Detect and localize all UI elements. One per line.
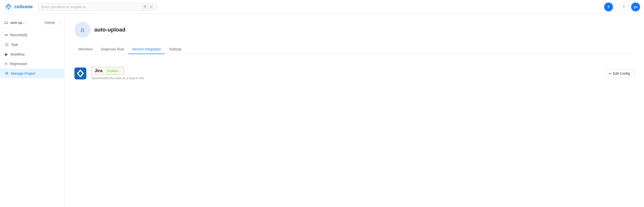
- project-avatar: a: [74, 22, 90, 38]
- sidebar-item-workflow[interactable]: ▶ Workflow: [0, 50, 64, 59]
- sidebar: 🗂 auto-up... Internal ⌃ ▪▪ Records(8) ☑ …: [0, 14, 64, 207]
- topnav: coScene Quick operations or navigate to.…: [0, 0, 644, 14]
- sidebar-item-records[interactable]: ▪▪ Records(8): [0, 30, 64, 40]
- logo-text: coScene: [14, 4, 33, 10]
- tabs: Members Diagnosis Rule Service Integrati…: [74, 45, 634, 54]
- add-button[interactable]: +: [604, 2, 613, 12]
- logo[interactable]: coScene: [4, 2, 33, 12]
- kbd-cmd: ⌘: [142, 5, 148, 9]
- sidebar-item-records-label: Records(8): [10, 33, 27, 37]
- project-name: auto-upload: [94, 26, 126, 33]
- search-placeholder: Quick operations or navigate to...: [41, 5, 140, 9]
- manage-project-icon: ⚙: [5, 71, 8, 76]
- tab-service-integration[interactable]: Service Integration: [128, 45, 165, 54]
- sidebar-project-name: auto-up...: [10, 20, 42, 24]
- tab-settings[interactable]: Settings: [165, 45, 186, 54]
- help-button[interactable]: ?: [619, 2, 628, 12]
- integration-title-row: Jira Enabled: [91, 67, 600, 75]
- integration-description: Synchronize tha task as a bug in Jira: [91, 76, 600, 80]
- project-avatar-letter: a: [80, 26, 84, 34]
- task-icon: ☑: [5, 42, 8, 47]
- integration-name: Jira: [94, 68, 102, 74]
- logo-icon: [4, 2, 13, 12]
- workflow-icon: ▶: [5, 52, 8, 56]
- sidebar-item-workflow-label: Workflow: [10, 52, 24, 56]
- kbd-k: K: [149, 5, 154, 9]
- edit-config-label: Edit Config: [613, 72, 630, 76]
- sidebar-item-regression-label: Regression: [10, 62, 27, 66]
- jira-enabled-box: Jira Enabled: [91, 67, 124, 75]
- search-bar[interactable]: Quick operations or navigate to... ⌘ K: [38, 3, 157, 11]
- avatar[interactable]: yu: [631, 2, 640, 12]
- integration-info: Jira Enabled Synchronize tha task as a b…: [91, 67, 600, 80]
- jira-logo-icon: [74, 68, 86, 80]
- svg-point-0: [4, 2, 13, 12]
- folder-icon: 🗂: [4, 20, 8, 25]
- search-kbd: ⌘ K: [142, 5, 154, 9]
- sidebar-item-regression[interactable]: ≡ Regression: [0, 59, 64, 68]
- regression-icon: ≡: [5, 62, 7, 66]
- main-content: a auto-upload Members Diagnosis Rule Ser…: [64, 14, 644, 207]
- integration-row: Jira Enabled Synchronize tha task as a b…: [74, 62, 634, 85]
- sidebar-header: 🗂 auto-up... Internal ⌃: [0, 18, 64, 28]
- chevron-icon: ⌃: [58, 21, 60, 24]
- edit-config-button[interactable]: ✏ Edit Config: [604, 69, 634, 78]
- tab-members[interactable]: Members: [74, 45, 97, 54]
- layout: 🗂 auto-up... Internal ⌃ ▪▪ Records(8) ☑ …: [0, 14, 644, 207]
- sidebar-item-task-label: Task: [11, 43, 18, 47]
- tab-diagnosis-rule[interactable]: Diagnosis Rule: [97, 45, 128, 54]
- project-header: a auto-upload: [74, 22, 634, 38]
- sidebar-item-manage-project[interactable]: ⚙ Manage Project: [0, 68, 64, 78]
- sidebar-item-manage-project-label: Manage Project: [11, 72, 35, 76]
- sidebar-internal-badge: Internal: [44, 21, 56, 24]
- sidebar-item-task[interactable]: ☑ Task: [0, 40, 64, 50]
- topnav-actions: + ? yu: [604, 2, 640, 12]
- enabled-badge: Enabled: [105, 68, 120, 74]
- divider: [616, 4, 616, 10]
- records-icon: ▪▪: [5, 33, 8, 37]
- pencil-icon: ✏: [609, 72, 612, 76]
